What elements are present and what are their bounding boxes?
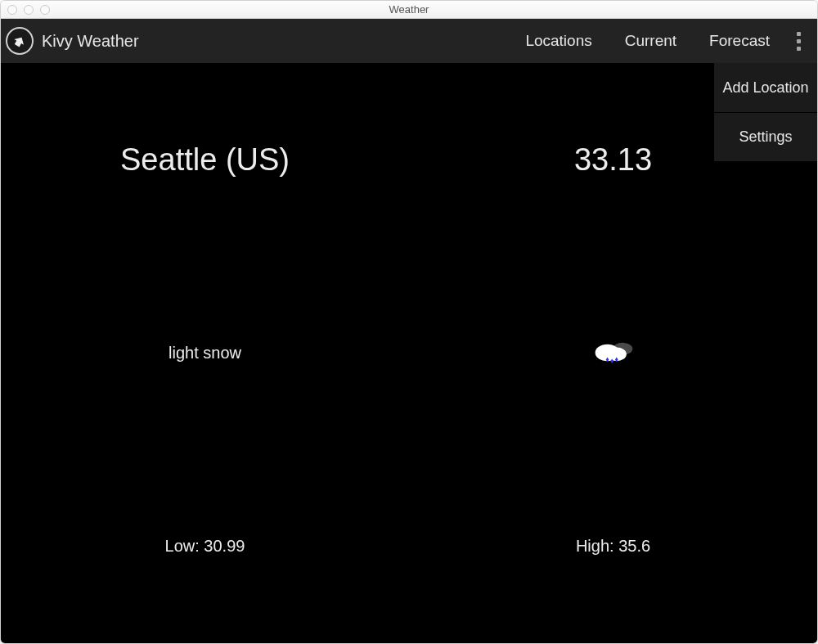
traffic-lights	[7, 5, 50, 15]
more-vertical-icon	[797, 32, 801, 51]
conditions-label: light snow	[1, 344, 409, 363]
zoom-icon[interactable]	[40, 5, 50, 15]
overflow-menu-button[interactable]	[786, 22, 811, 60]
app-title: Kivy Weather	[42, 32, 139, 51]
mac-window: Weather Kivy Weather Locations Current F…	[0, 0, 818, 644]
app-logo-icon	[6, 27, 34, 55]
action-bar: Kivy Weather Locations Current Forecast	[1, 19, 817, 63]
weather-snow-icon	[409, 336, 817, 369]
nav-current[interactable]: Current	[609, 32, 693, 50]
brand[interactable]: Kivy Weather	[6, 27, 139, 55]
weather-content: Seattle (US) 33.13 light snow Low: 30.99…	[1, 63, 817, 643]
nav-locations[interactable]: Locations	[509, 32, 608, 50]
close-icon[interactable]	[7, 5, 17, 15]
overflow-dropdown: Add Location Settings	[714, 63, 817, 161]
location-label: Seattle (US)	[1, 142, 409, 178]
minimize-icon[interactable]	[24, 5, 34, 15]
menu-settings[interactable]: Settings	[714, 112, 817, 161]
low-temperature: Low: 30.99	[1, 537, 409, 556]
window-title: Weather	[1, 3, 817, 16]
menu-add-location[interactable]: Add Location	[714, 63, 817, 112]
nav-forecast[interactable]: Forecast	[693, 32, 786, 50]
titlebar[interactable]: Weather	[1, 1, 817, 19]
high-temperature: High: 35.6	[409, 537, 817, 556]
app-root: Kivy Weather Locations Current Forecast …	[1, 19, 817, 643]
